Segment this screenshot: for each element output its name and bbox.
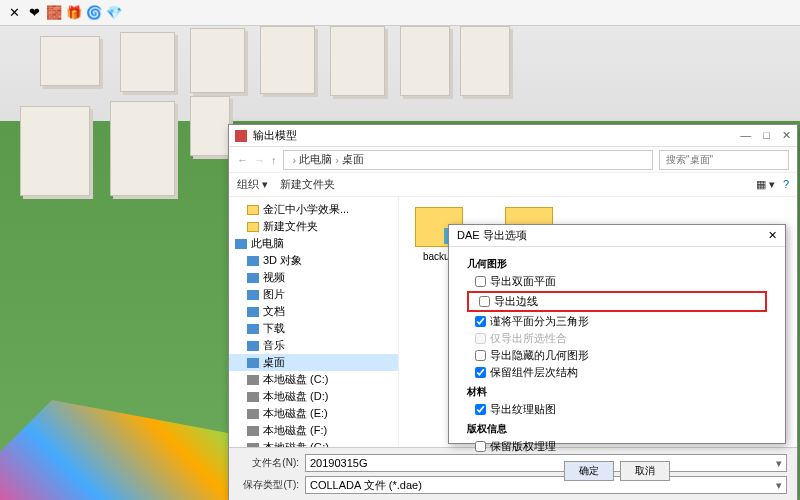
help-icon[interactable]: ? (783, 178, 789, 191)
tree-item[interactable]: 下载 (229, 320, 398, 337)
minimize-icon[interactable]: — (740, 129, 751, 142)
tool-icon-4[interactable]: 🎁 (66, 5, 82, 21)
maximize-icon[interactable]: □ (763, 129, 770, 142)
export-textures-checkbox[interactable]: 导出纹理贴图 (467, 401, 767, 418)
folder-tree[interactable]: 金汇中小学效果...新建文件夹此电脑3D 对象视频图片文档下载音乐桌面本地磁盘 … (229, 197, 399, 447)
tree-item[interactable]: 本地磁盘 (D:) (229, 388, 398, 405)
tree-item[interactable]: 此电脑 (229, 235, 398, 252)
option-checkbox[interactable]: 导出双面平面 (467, 273, 767, 290)
colored-model (0, 400, 260, 500)
tree-item[interactable]: 本地磁盘 (F:) (229, 422, 398, 439)
tree-item[interactable]: 视频 (229, 269, 398, 286)
option-checkbox[interactable]: 导出边线 (471, 293, 763, 310)
filename-label: 文件名(N): (239, 456, 299, 470)
nav-up-icon[interactable]: ↑ (271, 154, 277, 166)
tool-icon-3[interactable]: 🧱 (46, 5, 62, 21)
options-title: DAE 导出选项 (457, 228, 527, 243)
export-title: 输出模型 (253, 128, 297, 143)
new-folder-button[interactable]: 新建文件夹 (280, 177, 335, 192)
option-checkbox: 仅导出所选性合 (467, 330, 767, 347)
tool-icon-1[interactable]: ✕ (6, 5, 22, 21)
organize-menu[interactable]: 组织 ▾ (237, 177, 268, 192)
tree-item[interactable]: 本地磁盘 (G:) (229, 439, 398, 447)
search-input[interactable] (659, 150, 789, 170)
export-titlebar[interactable]: 输出模型 — □ ✕ (229, 125, 797, 147)
geometry-section: 几何图形 (467, 257, 767, 271)
crumb-pc[interactable]: 此电脑 (299, 152, 332, 167)
option-checkbox[interactable]: 保留组件层次结构 (467, 364, 767, 381)
copyright-section: 版权信息 (467, 422, 767, 436)
tree-item[interactable]: 文档 (229, 303, 398, 320)
tool-icon-2[interactable]: ❤ (26, 5, 42, 21)
nav-fwd-icon[interactable]: → (254, 154, 265, 166)
tree-item[interactable]: 金汇中小学效果... (229, 201, 398, 218)
tool-icon-6[interactable]: 💎 (106, 5, 122, 21)
options-ok-button[interactable]: 确定 (564, 461, 614, 481)
options-cancel-button[interactable]: 取消 (620, 461, 670, 481)
dae-options-dialog: DAE 导出选项 ✕ 几何图形 导出双面平面导出边线谨将平面分为三角形仅导出所选… (448, 224, 786, 444)
tree-item[interactable]: 桌面 (229, 354, 398, 371)
tree-item[interactable]: 本地磁盘 (E:) (229, 405, 398, 422)
material-section: 材料 (467, 385, 767, 399)
main-toolbar: ✕ ❤ 🧱 🎁 🌀 💎 (0, 0, 800, 26)
tool-icon-5[interactable]: 🌀 (86, 5, 102, 21)
savetype-label: 保存类型(T): (239, 478, 299, 492)
preserve-copyright-checkbox[interactable]: 保留版权埋理 (467, 438, 767, 455)
close-icon[interactable]: ✕ (782, 129, 791, 142)
app-icon (235, 130, 247, 142)
tree-item[interactable]: 音乐 (229, 337, 398, 354)
tree-item[interactable]: 本地磁盘 (C:) (229, 371, 398, 388)
option-checkbox[interactable]: 谨将平面分为三角形 (467, 313, 767, 330)
nav-back-icon[interactable]: ← (237, 154, 248, 166)
options-close-icon[interactable]: ✕ (768, 229, 777, 242)
breadcrumb[interactable]: › 此电脑 › 桌面 (283, 150, 654, 170)
crumb-desktop[interactable]: 桌面 (342, 152, 364, 167)
tree-item[interactable]: 新建文件夹 (229, 218, 398, 235)
tree-item[interactable]: 图片 (229, 286, 398, 303)
option-checkbox[interactable]: 导出隐藏的几何图形 (467, 347, 767, 364)
view-icon[interactable]: ▦ ▾ (756, 178, 775, 191)
tree-item[interactable]: 3D 对象 (229, 252, 398, 269)
